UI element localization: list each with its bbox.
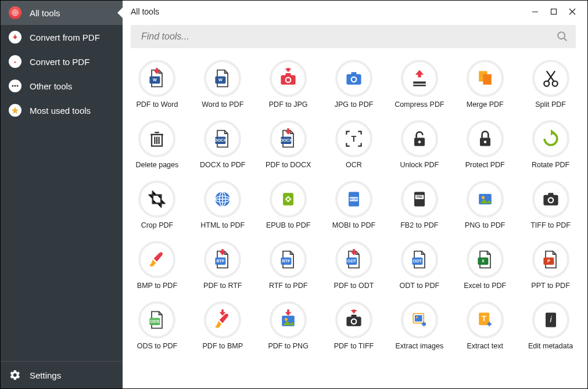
tool-label: Unlock PDF bbox=[400, 161, 439, 169]
odt-icon: ODT bbox=[401, 241, 438, 278]
sidebar-item-label: Other tools bbox=[30, 81, 72, 91]
tool-pdf-to-bmp[interactable]: PDF to BMP bbox=[191, 297, 255, 355]
tool-pdf-to-docx[interactable]: DOCX PDF to DOCX bbox=[256, 116, 321, 174]
svg-point-52 bbox=[548, 199, 552, 202]
ocr-icon: T bbox=[335, 120, 372, 157]
svg-rect-23 bbox=[413, 85, 426, 87]
tool-html-to-pdf[interactable]: HTML to PDF bbox=[191, 176, 255, 234]
word-down-icon: W bbox=[138, 60, 175, 97]
svg-text:FB2: FB2 bbox=[417, 195, 422, 199]
search-container bbox=[131, 25, 576, 48]
tool-epub-to-pdf[interactable]: EPUB to PDF bbox=[256, 176, 321, 234]
tool-crop-pdf[interactable]: Crop PDF bbox=[125, 176, 189, 234]
tool-ocr[interactable]: T OCR bbox=[322, 116, 386, 174]
arrow-up-icon bbox=[9, 55, 21, 68]
svg-text:RTF: RTF bbox=[282, 258, 291, 264]
tool-pdf-to-tiff[interactable]: PDF to TIFF bbox=[322, 297, 386, 355]
tool-rotate-pdf[interactable]: Rotate PDF bbox=[518, 116, 583, 174]
tool-pdf-to-png[interactable]: PDF to PNG bbox=[256, 297, 321, 355]
svg-point-27 bbox=[552, 81, 557, 87]
svg-point-69 bbox=[285, 318, 288, 320]
spiral-icon bbox=[9, 6, 21, 19]
tool-label: PDF to JPG bbox=[269, 100, 308, 109]
sidebar-item-all-tools[interactable]: All tools bbox=[1, 1, 123, 25]
svg-text:X: X bbox=[482, 258, 485, 264]
tool-extract-text[interactable]: T Extract text bbox=[453, 297, 517, 355]
settings-button[interactable]: Settings bbox=[1, 362, 123, 388]
search-input[interactable] bbox=[131, 25, 576, 48]
sidebar-item-convert-to-pdf[interactable]: Convert to PDF bbox=[1, 49, 123, 74]
tool-edit-metadata[interactable]: i Edit metadata bbox=[518, 297, 583, 355]
brush-down-icon bbox=[204, 301, 241, 338]
arrow-down-icon bbox=[9, 31, 21, 44]
tool-label: Delete pages bbox=[136, 161, 179, 169]
gear-icon bbox=[9, 369, 21, 381]
tool-compress-pdf[interactable]: Compress PDF bbox=[387, 55, 451, 113]
tool-label: ODS to PDF bbox=[137, 342, 177, 350]
svg-point-1 bbox=[13, 11, 17, 15]
tool-tiff-to-pdf[interactable]: TIFF to PDF bbox=[518, 176, 583, 234]
rtf-down-icon: RTF bbox=[204, 241, 241, 278]
dots-icon bbox=[9, 80, 21, 92]
tool-jpg-to-pdf[interactable]: JPG to PDF bbox=[322, 55, 386, 113]
tool-pdf-to-odt[interactable]: ODT PDF to ODT bbox=[322, 236, 386, 294]
tool-label: PPT to PDF bbox=[531, 282, 569, 290]
svg-point-2 bbox=[15, 12, 16, 13]
tool-excel-to-pdf[interactable]: X Excel to PDF bbox=[453, 236, 517, 294]
settings-label: Settings bbox=[30, 370, 61, 380]
tool-label: Split PDF bbox=[535, 100, 566, 109]
sidebar-item-label: Convert from PDF bbox=[30, 33, 100, 42]
tool-ppt-to-pdf[interactable]: P PPT to PDF bbox=[518, 236, 583, 294]
tool-split-pdf[interactable]: Split PDF bbox=[518, 55, 583, 113]
tool-rtf-to-pdf[interactable]: RTF RTF to PDF bbox=[256, 236, 321, 294]
svg-point-4 bbox=[15, 85, 16, 87]
tool-ods-to-pdf[interactable]: ODS ODS to PDF bbox=[125, 297, 189, 355]
svg-rect-22 bbox=[413, 81, 426, 84]
tool-label: FB2 to PDF bbox=[400, 221, 438, 229]
globe-icon bbox=[204, 181, 241, 218]
tool-pdf-to-jpg[interactable]: PDF to JPG bbox=[256, 55, 321, 113]
sidebar-item-label: Most used tools bbox=[30, 106, 91, 116]
minimize-button[interactable] bbox=[526, 5, 544, 19]
tool-bmp-to-pdf[interactable]: BMP to PDF bbox=[125, 236, 189, 294]
close-button[interactable] bbox=[563, 5, 582, 19]
main-panel: All tools W PDF to Word W Word to PDF PD… bbox=[123, 1, 587, 388]
star-icon bbox=[9, 104, 21, 117]
tool-pdf-to-rtf[interactable]: RTF PDF to RTF bbox=[191, 236, 255, 294]
svg-point-37 bbox=[483, 141, 486, 143]
sidebar-item-convert-from-pdf[interactable]: Convert from PDF bbox=[1, 25, 123, 49]
tool-label: OCR bbox=[346, 161, 362, 169]
svg-text:RTF: RTF bbox=[217, 258, 225, 264]
tool-png-to-pdf[interactable]: PNG to PDF bbox=[453, 176, 517, 234]
tool-label: HTML to PDF bbox=[200, 221, 245, 229]
tool-label: ODT to PDF bbox=[400, 282, 440, 290]
svg-text:W: W bbox=[218, 77, 223, 82]
tool-delete-pages[interactable]: Delete pages bbox=[125, 116, 189, 174]
tool-protect-pdf[interactable]: Protect PDF bbox=[453, 116, 517, 174]
tool-extract-images[interactable]: Extract images bbox=[387, 297, 451, 355]
unlock-icon bbox=[401, 120, 438, 157]
tool-merge-pdf[interactable]: Merge PDF bbox=[453, 55, 517, 113]
tool-word-to-pdf[interactable]: W Word to PDF bbox=[191, 55, 255, 113]
tool-label: Word to PDF bbox=[202, 100, 243, 109]
tool-docx-to-pdf[interactable]: DOCX DOCX to PDF bbox=[191, 116, 255, 174]
sidebar-item-other-tools[interactable]: Other tools bbox=[1, 74, 123, 98]
tool-label: PNG to PDF bbox=[465, 221, 505, 229]
sidebar-item-most-used-tools[interactable]: Most used tools bbox=[1, 98, 123, 123]
tool-pdf-to-word[interactable]: W PDF to Word bbox=[125, 55, 189, 113]
svg-point-49 bbox=[481, 196, 484, 199]
svg-point-5 bbox=[17, 85, 19, 87]
tool-fb2-to-pdf[interactable]: FB2 FB2 to PDF bbox=[387, 176, 451, 234]
maximize-button[interactable] bbox=[544, 5, 563, 19]
svg-point-20 bbox=[352, 78, 356, 81]
tool-label: PDF to BMP bbox=[203, 342, 243, 350]
svg-text:ODS: ODS bbox=[150, 319, 160, 324]
tool-mobi-to-pdf[interactable]: MOBI MOBI to PDF bbox=[322, 176, 386, 234]
tool-unlock-pdf[interactable]: Unlock PDF bbox=[387, 116, 451, 174]
svg-rect-6 bbox=[532, 12, 538, 12]
tool-odt-to-pdf[interactable]: ODT ODT to PDF bbox=[387, 236, 451, 294]
tool-label: Merge PDF bbox=[467, 100, 504, 109]
lock-icon bbox=[467, 120, 504, 157]
tool-label: Extract text bbox=[467, 342, 503, 350]
tool-label: EPUB to PDF bbox=[266, 221, 310, 229]
